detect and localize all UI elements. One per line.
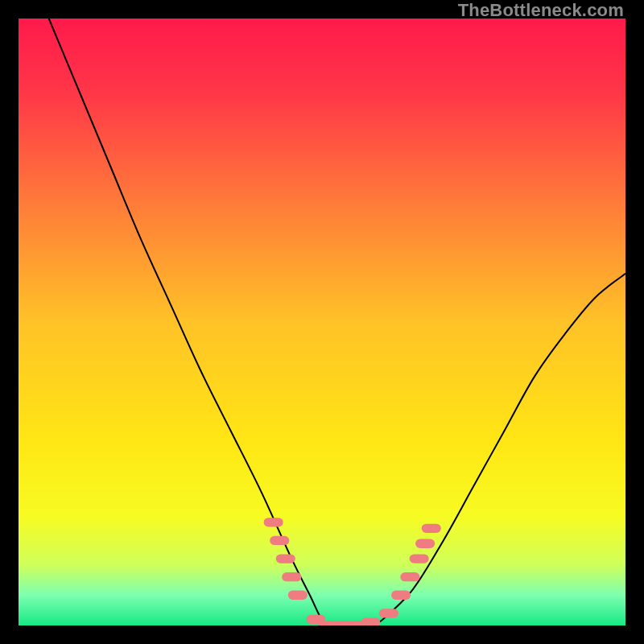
chart-background — [19, 19, 625, 625]
highlight-dash — [422, 524, 441, 533]
highlight-dash — [264, 518, 283, 526]
highlight-dash — [410, 554, 429, 563]
chart-frame — [19, 19, 625, 625]
watermark-text: TheBottleneck.com — [458, 0, 624, 21]
highlight-dash — [415, 539, 435, 548]
highlight-dash — [288, 591, 308, 600]
highlight-dash — [400, 572, 419, 581]
bottleneck-chart — [19, 19, 625, 625]
highlight-dash — [379, 609, 398, 617]
highlight-dash — [276, 554, 295, 563]
highlight-dash — [270, 536, 289, 545]
highlight-dash — [361, 618, 380, 625]
highlight-dash — [391, 591, 411, 600]
highlight-dash — [282, 572, 301, 581]
